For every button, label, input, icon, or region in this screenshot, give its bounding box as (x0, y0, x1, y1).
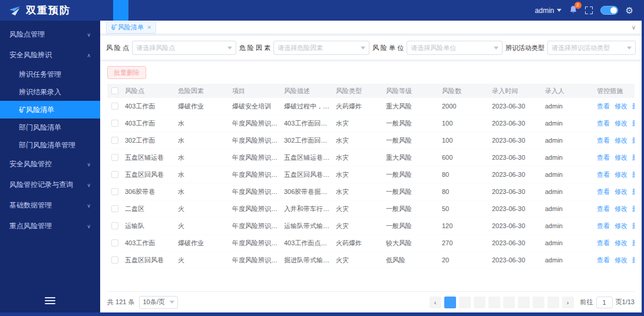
sidebar-collapse-button[interactable] (0, 291, 100, 312)
theme-toggle[interactable] (600, 6, 618, 15)
chevron-icon: ∨ (87, 203, 91, 209)
edit-link[interactable]: 修改 (615, 119, 628, 128)
row-checkbox[interactable] (111, 137, 118, 144)
close-icon[interactable]: × (147, 24, 151, 31)
sidebar-item-label: 重点风险管理 (9, 221, 52, 231)
row-checkbox[interactable] (111, 188, 118, 195)
view-link[interactable]: 查看 (597, 187, 610, 196)
select-all-checkbox[interactable] (111, 87, 118, 94)
sidebar-item[interactable]: 基础数据管理 ∨ (0, 195, 100, 216)
sidebar-item[interactable]: 风险点管理 ∨ (0, 24, 100, 45)
settings-gear-icon[interactable]: ⚙ (626, 6, 633, 15)
sidebar-item[interactable]: 辨识任务管理 (0, 65, 100, 83)
sidebar-item[interactable]: 部门风险清单 (0, 119, 100, 136)
sidebar-item[interactable]: 矿风险清单 (0, 101, 100, 119)
view-link[interactable]: 查看 (597, 256, 610, 265)
row-actions: 查看 修改 删除 (595, 205, 635, 213)
nav-item[interactable] (113, 0, 128, 21)
table-row: 运输队 火 年度风险辨识评估... 运输队带式输送机... 火灾 一般风险 12… (107, 218, 635, 235)
jump-page-input[interactable] (596, 297, 613, 308)
notifications-button[interactable]: 2 (569, 5, 577, 16)
batch-delete-button[interactable]: 批量删除 (107, 66, 146, 79)
sidebar-item-label: 部门风险清单管理 (19, 140, 75, 150)
fullscreen-button[interactable] (585, 6, 593, 14)
filter-select[interactable]: 请选择风险点 (132, 41, 236, 55)
view-link[interactable]: 查看 (597, 136, 610, 145)
page-number-button[interactable] (533, 297, 544, 308)
sidebar-item[interactable]: 辨识结果录入 (0, 83, 100, 101)
table-row: 403工作面 水 年度风险辨识评估... 403工作面回采期... 水灾 一般风… (107, 115, 635, 132)
row-checkbox[interactable] (111, 154, 118, 161)
edit-link[interactable]: 修改 (615, 153, 628, 162)
view-link[interactable]: 查看 (597, 119, 610, 128)
row-checkbox[interactable] (111, 171, 118, 178)
edit-link[interactable]: 修改 (615, 170, 628, 179)
delete-link[interactable]: 删除 (632, 153, 635, 162)
page-number-button[interactable] (459, 297, 471, 308)
row-checkbox[interactable] (111, 239, 118, 246)
row-checkbox[interactable] (111, 222, 118, 229)
row-checkbox[interactable] (111, 205, 118, 212)
edit-link[interactable]: 修改 (615, 205, 628, 213)
delete-link[interactable]: 删除 (632, 136, 635, 145)
edit-link[interactable]: 修改 (615, 256, 628, 265)
nav-item[interactable] (205, 0, 220, 21)
tab-dropdown-chevron-icon[interactable]: ∨ (632, 24, 636, 31)
sidebar-item[interactable]: 重点风险管理 ∨ (0, 216, 100, 236)
delete-link[interactable]: 删除 (632, 102, 635, 111)
page-number-button[interactable] (444, 297, 456, 308)
sidebar-item[interactable]: 安全风险辨识 ∧ (0, 45, 100, 65)
nav-item[interactable] (174, 0, 190, 21)
row-checkbox[interactable] (111, 256, 118, 264)
delete-link[interactable]: 删除 (632, 170, 635, 179)
view-link[interactable]: 查看 (597, 153, 610, 162)
page-size-select[interactable]: 10条/页 (139, 296, 178, 309)
sidebar-item[interactable]: 安全风险管控 ∨ (0, 154, 100, 175)
sidebar: 风险点管理 ∨ 安全风险辨识 ∧ 辨识任务管理 辨识结果录入 矿风险清单 (0, 21, 100, 312)
tab-mine-risk-list[interactable]: 矿风险清单 × (106, 21, 156, 34)
filter-select[interactable]: 请选择危险因素 (273, 41, 369, 55)
edit-link[interactable]: 修改 (615, 102, 628, 111)
nav-item[interactable] (190, 0, 205, 21)
col-control-measures: 管控措施 (595, 87, 635, 96)
nav-item[interactable] (98, 0, 113, 21)
edit-link[interactable]: 修改 (615, 222, 628, 231)
col-risk-description: 风险描述 (282, 87, 333, 96)
chevron-down-icon (227, 47, 232, 50)
page-number-button[interactable] (474, 297, 486, 308)
edit-link[interactable]: 修改 (615, 136, 628, 145)
view-link[interactable]: 查看 (597, 222, 610, 231)
chevron-icon: ∨ (87, 162, 91, 167)
row-checkbox[interactable] (111, 120, 118, 127)
delete-link[interactable]: 删除 (632, 187, 635, 196)
page-number-button[interactable] (488, 297, 500, 308)
edit-link[interactable]: 修改 (615, 239, 628, 248)
page-number-button[interactable] (518, 297, 530, 308)
view-link[interactable]: 查看 (597, 205, 610, 213)
delete-link[interactable]: 删除 (632, 256, 635, 265)
delete-link[interactable]: 删除 (632, 205, 635, 213)
user-menu[interactable]: admin (535, 6, 562, 15)
view-link[interactable]: 查看 (597, 102, 610, 111)
page-number-button[interactable] (503, 297, 515, 308)
edit-link[interactable]: 修改 (615, 187, 628, 196)
row-checkbox[interactable] (111, 103, 118, 110)
nav-item[interactable] (144, 0, 159, 21)
view-link[interactable]: 查看 (597, 239, 610, 248)
filter-select[interactable]: 请选择风险单位 (407, 41, 503, 55)
view-link[interactable]: 查看 (597, 170, 610, 179)
delete-link[interactable]: 删除 (632, 239, 635, 248)
page-number-button[interactable] (547, 297, 559, 308)
next-page-button[interactable]: › (562, 297, 574, 308)
delete-link[interactable]: 删除 (632, 222, 635, 231)
sidebar-item[interactable]: 风险管控记录与查询 ∨ (0, 175, 100, 195)
sidebar-item[interactable]: 部门风险清单管理 (0, 136, 100, 154)
delete-link[interactable]: 删除 (632, 119, 635, 128)
row-actions: 查看 修改 删除 (595, 222, 635, 231)
filter-select[interactable]: 请选择辨识活动类型 (547, 41, 636, 55)
nav-item[interactable] (220, 0, 236, 21)
prev-page-button[interactable]: ‹ (430, 297, 441, 308)
nav-item[interactable] (128, 0, 144, 21)
nav-item[interactable] (159, 0, 174, 21)
nav-item[interactable] (236, 0, 251, 21)
